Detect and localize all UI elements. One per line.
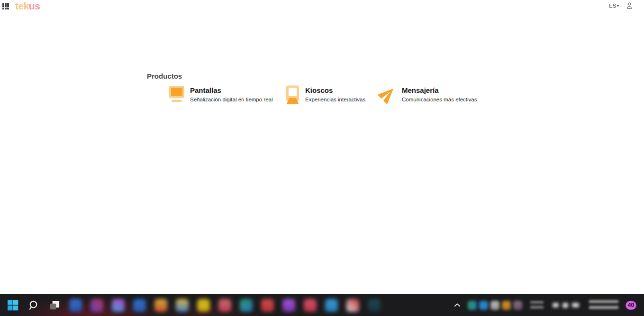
task-view-icon xyxy=(49,300,60,311)
volume-icon xyxy=(562,303,568,308)
pinned-app-8[interactable] xyxy=(218,299,231,312)
user-icon xyxy=(626,2,633,9)
pinned-app-12[interactable] xyxy=(304,299,317,312)
language-selector[interactable]: ES▾ xyxy=(609,3,619,9)
notification-badge[interactable]: 40 xyxy=(626,301,636,310)
pinned-app-13[interactable] xyxy=(325,299,338,312)
language-indicator[interactable] xyxy=(530,300,544,310)
product-description: Señalización digital en tiempo real xyxy=(190,97,273,102)
chevron-down-icon: ▾ xyxy=(617,4,619,8)
pinned-app-4[interactable] xyxy=(133,299,146,312)
pinned-app-2[interactable] xyxy=(91,299,103,312)
windows-taskbar: 40 xyxy=(0,294,644,316)
pinned-app-5[interactable] xyxy=(154,299,167,312)
pinned-app-6[interactable] xyxy=(176,299,189,312)
system-tray: 40 xyxy=(453,299,644,311)
paper-plane-icon xyxy=(375,81,400,107)
pinned-app-3[interactable] xyxy=(112,299,125,312)
apps-grid-icon[interactable] xyxy=(2,3,9,9)
tray-app-3[interactable] xyxy=(490,301,499,310)
monitor-icon xyxy=(169,85,185,103)
chevron-up-icon[interactable] xyxy=(453,301,462,309)
logo-part2: us xyxy=(29,0,40,11)
product-item-pantallas[interactable]: Pantallas Señalización digital en tiempo… xyxy=(169,85,273,103)
top-header: tekus ES▾ xyxy=(0,0,644,14)
product-name: Mensajería xyxy=(402,86,477,94)
battery-icon xyxy=(572,303,579,307)
pinned-app-10[interactable] xyxy=(261,299,274,312)
product-item-kioscos[interactable]: Kioscos Experiencias interactivas xyxy=(286,85,365,104)
product-item-mensajeria[interactable]: Mensajería Comunicaciones más efectivas xyxy=(379,85,477,103)
network-icon xyxy=(553,303,559,307)
pinned-app-11[interactable] xyxy=(282,299,295,312)
search-button[interactable] xyxy=(27,298,40,312)
tray-app-2[interactable] xyxy=(479,301,488,310)
windows-logo-icon xyxy=(7,299,18,311)
product-description: Experiencias interactivas xyxy=(305,97,365,102)
pinned-app-1[interactable] xyxy=(69,299,82,312)
tekus-logo[interactable]: tekus xyxy=(15,0,40,12)
pinned-app-15[interactable] xyxy=(368,299,381,312)
product-description: Comunicaciones más efectivas xyxy=(402,97,477,102)
tray-icons xyxy=(468,301,522,310)
clock-date[interactable] xyxy=(589,299,618,311)
pinned-app-7[interactable] xyxy=(197,299,210,312)
tray-app-5[interactable] xyxy=(513,301,522,310)
status-icons[interactable] xyxy=(553,303,579,308)
taskbar-apps xyxy=(0,298,381,312)
pinned-app-9[interactable] xyxy=(240,299,253,312)
product-name: Kioscos xyxy=(305,86,365,94)
logo-part1: tek xyxy=(15,0,29,11)
search-icon xyxy=(28,300,39,311)
start-button[interactable] xyxy=(7,298,19,312)
kiosk-icon xyxy=(286,85,300,104)
user-account-button[interactable] xyxy=(626,2,633,9)
language-label: ES xyxy=(609,3,616,9)
product-name: Pantallas xyxy=(190,86,273,94)
tray-app-1[interactable] xyxy=(468,301,477,310)
tray-app-4[interactable] xyxy=(502,301,511,310)
pinned-app-14[interactable] xyxy=(346,299,359,312)
task-view-button[interactable] xyxy=(48,298,61,312)
page-title: Productos xyxy=(147,72,182,80)
